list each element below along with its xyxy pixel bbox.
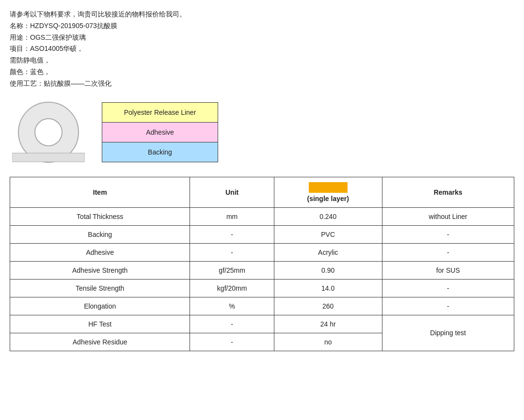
- roll-diagram: [10, 98, 87, 166]
- table-row-item: Adhesive Strength: [10, 261, 190, 279]
- layer-liner: Polyester Release Liner: [102, 103, 218, 123]
- th-value-label: (single layer): [307, 195, 349, 202]
- layer-diagram: Polyester Release Liner Adhesive Backing: [102, 102, 218, 162]
- table-row-item: Backing: [10, 225, 190, 243]
- table-row-remarks: Dipping test: [382, 315, 514, 351]
- th-value: (single layer): [274, 177, 382, 207]
- diagram-section: Polyester Release Liner Adhesive Backing: [10, 98, 514, 166]
- table-row-item: Adhesive Residue: [10, 333, 190, 351]
- color-swatch: [309, 182, 348, 193]
- table-row-value: 24 hr: [274, 315, 382, 333]
- table-row-unit: -: [190, 225, 274, 243]
- table-row-item: Adhesive: [10, 243, 190, 261]
- table-row-value: 14.0: [274, 279, 382, 297]
- header-line1: 请参考以下物料要求，询贵司比较接近的物料报价给我司。: [10, 9, 514, 20]
- table-row-unit: gf/25mm: [190, 261, 274, 279]
- table-row-remarks: -: [382, 243, 514, 261]
- table-row-item: Elongation: [10, 297, 190, 315]
- table-row-unit: -: [190, 315, 274, 333]
- th-remarks: Remarks: [382, 177, 514, 207]
- header-line7: 使用工艺：贴抗酸膜——二次强化: [10, 78, 514, 90]
- header-line6: 颜色：蓝色，: [10, 66, 514, 78]
- header-line3: 用途：OGS二强保护玻璃: [10, 32, 514, 44]
- table-row-value: no: [274, 333, 382, 351]
- table-row-remarks: -: [382, 279, 514, 297]
- table-row-remarks: -: [382, 297, 514, 315]
- layer-backing: Backing: [102, 142, 218, 162]
- table-row-unit: kgf/20mm: [190, 279, 274, 297]
- layer-adhesive: Adhesive: [102, 123, 218, 142]
- svg-rect-2: [12, 153, 85, 162]
- table-row-value: PVC: [274, 225, 382, 243]
- table-row-value: Acrylic: [274, 243, 382, 261]
- spec-table: Item Unit (single layer) Remarks Total T…: [10, 177, 514, 351]
- header-line4: 项目：ASO14005华硕，: [10, 43, 514, 55]
- header-line5: 需防静电值，: [10, 55, 514, 66]
- table-row-item: HF Test: [10, 315, 190, 333]
- table-row-item: Total Thickness: [10, 207, 190, 225]
- table-row-unit: -: [190, 333, 274, 351]
- table-row-remarks: -: [382, 225, 514, 243]
- table-row-unit: -: [190, 243, 274, 261]
- header-info: 请参考以下物料要求，询贵司比较接近的物料报价给我司。 名称：HZDYSQ-201…: [10, 9, 514, 90]
- table-row-value: 0.240: [274, 207, 382, 225]
- th-unit: Unit: [190, 177, 274, 207]
- table-row-value: 0.90: [274, 261, 382, 279]
- table-row-unit: mm: [190, 207, 274, 225]
- table-row-value: 260: [274, 297, 382, 315]
- table-row-remarks: without Liner: [382, 207, 514, 225]
- th-item: Item: [10, 177, 190, 207]
- table-row-remarks: for SUS: [382, 261, 514, 279]
- table-row-unit: %: [190, 297, 274, 315]
- header-line2: 名称：HZDYSQ-201905-073抗酸膜: [10, 20, 514, 32]
- svg-point-1: [35, 119, 62, 146]
- table-row-item: Tensile Strength: [10, 279, 190, 297]
